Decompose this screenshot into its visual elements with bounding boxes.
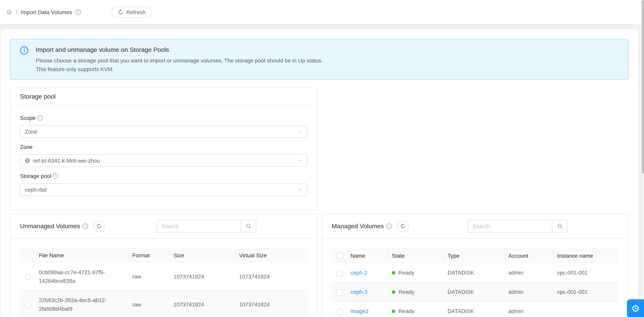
state-label: Ready <box>398 308 414 314</box>
column-header-format: Format <box>129 248 170 263</box>
info-circle-icon <box>20 46 28 55</box>
select-all-column-header <box>332 248 348 263</box>
volume-name-link[interactable]: image2 <box>350 308 368 314</box>
type-cell: DATADISK <box>444 263 505 283</box>
alert-description-line2: This feature only supports KVM. <box>36 65 622 74</box>
status-dot <box>392 290 395 294</box>
managed-search-button[interactable] <box>552 220 568 232</box>
column-header-virtual-size: Virtual Size <box>236 248 308 263</box>
vertical-scrollbar <box>642 0 644 317</box>
managed-info-icon[interactable] <box>386 223 392 229</box>
checkbox-cell <box>332 283 348 302</box>
unmanaged-volume-row: 22b63c2b-352a-4ec5-ab12-2fa508d4baf9raw1… <box>20 291 308 317</box>
radio-cell <box>20 291 36 317</box>
format-cell: raw <box>129 263 170 291</box>
column-header-state: State <box>389 248 444 263</box>
state-label: Ready <box>398 289 414 295</box>
help-icon[interactable] <box>75 9 81 15</box>
storage-pool-select[interactable]: ceph-rbd <box>20 183 308 196</box>
column-header-name: Name <box>348 248 389 263</box>
reload-icon <box>97 223 102 229</box>
virtual-size-cell: 1073741824 <box>236 291 308 317</box>
storage-pool-label: Storage pool <box>20 173 51 179</box>
file-name-cell: 0cb099aa-cc7e-4721-97f9-14264bce838a <box>36 263 129 291</box>
unmanaged-volumes-table: File Name Format Size Virtual Size 0cb09… <box>20 248 308 317</box>
managed-search-input[interactable] <box>468 220 552 232</box>
alert-title: Import and unmanage volume on Storage Po… <box>36 45 622 55</box>
unmanaged-table-body: 0cb099aa-cc7e-4721-97f9-14264bce838araw1… <box>20 263 308 317</box>
refresh-button[interactable]: Refresh <box>111 7 152 18</box>
unmanaged-volumes-title: Unmanaged Volumes <box>20 222 80 230</box>
scope-label: Scope <box>20 115 36 121</box>
row-checkbox[interactable] <box>336 270 343 276</box>
unmanaged-info-icon[interactable] <box>82 223 88 229</box>
row-checkbox[interactable] <box>336 289 343 295</box>
status-dot <box>392 310 395 313</box>
account-cell: admin <box>505 302 554 317</box>
format-cell: raw <box>129 291 170 317</box>
file-name-cell: 22b63c2b-352a-4ec5-ab12-2fa508d4baf9 <box>36 291 129 317</box>
reload-icon <box>118 9 123 15</box>
instance-name-cell: vpc-001-001 <box>554 263 619 283</box>
scope-info-icon[interactable] <box>37 115 42 121</box>
account-cell: admin <box>505 263 554 283</box>
storage-pool-card-header: Storage pool <box>10 88 317 106</box>
scope-field: Scope Zone <box>20 114 308 138</box>
column-header-file-name: File Name <box>36 248 129 263</box>
name-cell: ceph-2 <box>348 263 389 283</box>
reload-icon <box>400 223 406 229</box>
checkbox-cell <box>332 302 348 317</box>
type-cell: DATADISK <box>444 302 505 317</box>
unmanaged-refresh-button[interactable] <box>94 220 105 232</box>
unmanaged-search-input[interactable] <box>157 220 241 232</box>
managed-volume-row: image2ReadyDATADISKadmin <box>332 302 619 317</box>
managed-volume-row: ceph-2ReadyDATADISKadminvpc-001-001 <box>332 263 619 283</box>
scrollbar-thumb[interactable] <box>642 1 644 173</box>
state-cell: Ready <box>389 283 444 302</box>
select-all-checkbox[interactable] <box>336 253 343 259</box>
virtual-size-cell: 1073741824 <box>236 263 308 291</box>
managed-refresh-button[interactable] <box>397 220 409 232</box>
name-cell: ceph-3 <box>348 283 389 302</box>
row-checkbox[interactable] <box>336 308 343 315</box>
unmanaged-search-button[interactable] <box>241 220 256 232</box>
breadcrumb-separator: / <box>16 9 17 15</box>
scope-select[interactable]: Zone <box>20 125 308 138</box>
zone-select-value: ref-trl-6341-k-Mr8-wei-zhou <box>33 158 100 164</box>
home-icon[interactable] <box>6 9 12 15</box>
instance-name-cell: vpc-001-001 <box>554 283 619 302</box>
radio-column-header <box>20 248 36 263</box>
unmanaged-volumes-panel: Unmanaged Volumes <box>10 214 317 317</box>
search-icon <box>557 223 563 229</box>
refresh-label: Refresh <box>126 9 146 15</box>
page-content: Import and unmanage volume on Storage Po… <box>0 24 642 317</box>
settings-fab-button[interactable]: ⚙ <box>627 299 644 317</box>
zone-field: Zone ref-trl-6341-k-Mr8-wei-zhou <box>20 143 308 167</box>
name-cell: image2 <box>348 302 389 317</box>
state-cell: Ready <box>389 263 444 283</box>
managed-volumes-panel: Managed Volumes <box>322 214 628 317</box>
table-header-row: Name State Type Account Instance name <box>332 248 619 263</box>
chevron-down-icon <box>298 129 303 134</box>
zone-label: Zone <box>20 144 32 150</box>
alert-description-line1: Please choose a storage pool that you wa… <box>36 56 622 65</box>
volume-name-link[interactable]: ceph-3 <box>350 289 368 295</box>
page-title: Import Data Volumes <box>21 9 72 15</box>
content-card: Import and unmanage volume on Storage Po… <box>1 30 638 317</box>
account-cell: admin <box>505 283 554 302</box>
managed-table-body: ceph-2ReadyDATADISKadminvpc-001-001ceph-… <box>332 263 619 317</box>
zone-select[interactable]: ref-trl-6341-k-Mr8-wei-zhou <box>20 154 308 167</box>
storage-pool-field: Storage pool ceph-rbd <box>20 172 308 196</box>
row-radio[interactable] <box>25 274 31 280</box>
volume-name-link[interactable]: ceph-2 <box>350 270 368 276</box>
storage-pool-info-icon[interactable] <box>53 173 58 179</box>
storage-pool-card-title: Storage pool <box>20 93 56 100</box>
row-radio[interactable] <box>25 302 31 308</box>
column-header-instance-name: Instance name <box>554 248 619 263</box>
storage-pool-card: Storage pool Scope Zone <box>10 88 317 211</box>
column-header-size: Size <box>170 248 236 263</box>
managed-volumes-title: Managed Volumes <box>332 222 384 230</box>
table-header-row: File Name Format Size Virtual Size <box>20 248 308 263</box>
size-cell: 1073741824 <box>170 291 236 317</box>
column-header-account: Account <box>505 248 554 263</box>
